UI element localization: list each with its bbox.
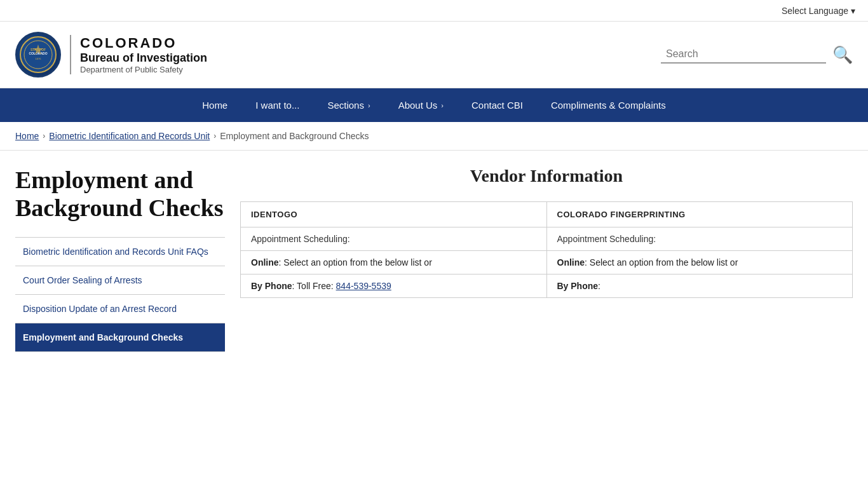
right-online-cell: Online: Select an option from the below … xyxy=(546,251,853,274)
sidebar-label-employment: Employment and Background Checks xyxy=(23,332,183,342)
left-phone-text: : Toll Free: xyxy=(292,281,336,291)
sidebar-label-sealing: Court Order Sealing of Arrests xyxy=(23,275,142,285)
left-phone-cell: By Phone: Toll Free: 844-539-5539 xyxy=(241,274,547,298)
sidebar-label-faq: Biometric Identification and Records Uni… xyxy=(23,247,208,257)
svg-text:1876: 1876 xyxy=(36,57,42,60)
nav-item-complaints[interactable]: Compliments & Complaints xyxy=(537,88,680,122)
vendor-row-scheduling: Appointment Scheduling: Appointment Sche… xyxy=(241,227,853,251)
sidebar-item-sealing[interactable]: Court Order Sealing of Arrests xyxy=(15,266,225,294)
left-online-text: : Select an option from the below list o… xyxy=(279,257,432,268)
right-phone-cell: By Phone: xyxy=(546,274,853,298)
site-title-sub: Bureau of Investigation xyxy=(80,51,207,65)
search-icon: 🔍 xyxy=(832,45,853,64)
vendor-header-left: IDENTOGO xyxy=(241,202,547,227)
left-online-bold: Online xyxy=(251,257,279,268)
breadcrumb-home[interactable]: Home xyxy=(15,131,39,141)
main-nav: Home I want to... Sections › About Us › … xyxy=(0,88,868,122)
sidebar: Employment and Background Checks Biometr… xyxy=(15,166,225,352)
vendor-section-title: Vendor Information xyxy=(240,166,853,186)
breadcrumb: Home › Biometric Identification and Reco… xyxy=(0,122,868,151)
nav-item-home[interactable]: Home xyxy=(188,88,241,122)
vendor-row-phone: By Phone: Toll Free: 844-539-5539 By Pho… xyxy=(241,274,853,298)
vendor-header-right: COLORADO FINGERPRINTING xyxy=(546,202,853,227)
main-content: Vendor Information IDENTOGO COLORADO FIN… xyxy=(240,166,853,352)
site-header: STATE OF COLORADO 1876 COLORADO Bureau o… xyxy=(0,22,868,88)
breadcrumb-current: Employment and Background Checks xyxy=(220,131,369,141)
vendor-row-online: Online: Select an option from the below … xyxy=(241,251,853,274)
nav-label-aboutus: About Us xyxy=(398,100,438,111)
left-phone-bold: By Phone xyxy=(251,281,292,291)
site-title-block: COLORADO Bureau of Investigation Departm… xyxy=(70,35,207,74)
sidebar-item-faq[interactable]: Biometric Identification and Records Uni… xyxy=(15,237,225,266)
nav-item-aboutus[interactable]: About Us › xyxy=(384,88,458,122)
page-title: Employment and Background Checks xyxy=(15,166,225,222)
sidebar-item-disposition[interactable]: Disposition Update of an Arrest Record xyxy=(15,294,225,323)
right-phone-text: : xyxy=(598,281,600,291)
nav-item-sections[interactable]: Sections › xyxy=(313,88,384,122)
search-input[interactable] xyxy=(661,46,826,64)
nav-label-sections: Sections xyxy=(327,100,364,111)
right-online-text: : Select an option from the below list o… xyxy=(585,257,738,268)
site-title-main: COLORADO xyxy=(80,35,207,51)
breadcrumb-biometric[interactable]: Biometric Identification and Records Uni… xyxy=(49,131,210,141)
language-chevron-icon: ▾ xyxy=(851,6,855,16)
nav-item-contact[interactable]: Contact CBI xyxy=(458,88,537,122)
nav-item-iwantto[interactable]: I want to... xyxy=(241,88,313,122)
left-phone-link[interactable]: 844-539-5539 xyxy=(336,281,391,291)
left-scheduling-label: Appointment Scheduling: xyxy=(241,227,547,251)
sections-chevron-icon: › xyxy=(368,102,370,109)
language-select[interactable]: Select Language ▾ xyxy=(782,6,855,16)
right-phone-bold: By Phone xyxy=(557,281,599,291)
nav-label-contact: Contact CBI xyxy=(471,100,523,111)
nav-label-home: Home xyxy=(202,100,227,111)
search-area: 🔍 xyxy=(535,45,853,65)
seal-svg: STATE OF COLORADO 1876 xyxy=(19,36,57,74)
search-button[interactable]: 🔍 xyxy=(832,45,853,65)
nav-label-complaints: Compliments & Complaints xyxy=(551,100,666,111)
nav-label-iwantto: I want to... xyxy=(255,100,299,111)
site-title-dept: Department of Public Safety xyxy=(80,65,207,74)
page-container: Employment and Background Checks Biometr… xyxy=(0,151,868,367)
aboutus-chevron-icon: › xyxy=(441,102,444,109)
site-logo: STATE OF COLORADO 1876 xyxy=(15,32,61,78)
breadcrumb-sep-1: › xyxy=(43,132,45,140)
sidebar-label-disposition: Disposition Update of an Arrest Record xyxy=(23,304,177,314)
sidebar-item-employment[interactable]: Employment and Background Checks xyxy=(15,323,225,352)
language-bar: Select Language ▾ xyxy=(0,0,868,22)
breadcrumb-sep-2: › xyxy=(214,132,216,140)
language-label: Select Language xyxy=(782,6,848,16)
logo-area: STATE OF COLORADO 1876 COLORADO Bureau o… xyxy=(15,32,207,78)
left-online-cell: Online: Select an option from the below … xyxy=(241,251,547,274)
right-scheduling-label: Appointment Scheduling: xyxy=(546,227,853,251)
vendor-table: IDENTOGO COLORADO FINGERPRINTING Appoint… xyxy=(240,201,853,298)
right-online-bold: Online xyxy=(557,257,585,268)
